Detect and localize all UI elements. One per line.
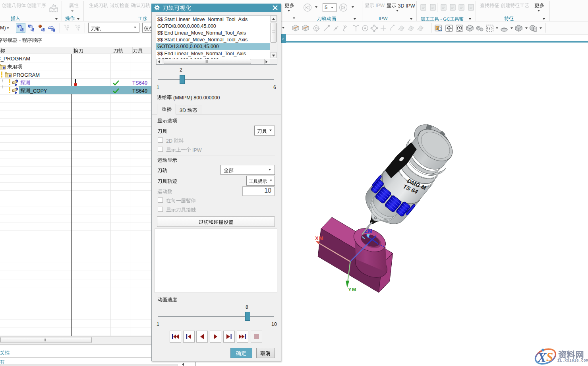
svg-text:_COPY: _COPY (30, 88, 47, 93)
svg-text:S: S (546, 350, 553, 364)
svg-text:IPW: IPW (375, 3, 385, 8)
svg-text:IPW: IPW (379, 16, 388, 21)
svg-text:IPW: IPW (192, 147, 202, 153)
svg-text:3D: 3D (180, 107, 186, 113)
svg-text:2D: 2D (166, 138, 172, 143)
svg-text:IPW: IPW (406, 3, 415, 8)
svg-text:X: X (537, 351, 547, 365)
svg-text:-: - (440, 16, 442, 21)
svg-text:GC: GC (443, 16, 450, 21)
svg-text:3D: 3D (398, 3, 404, 8)
svg-text:800.000000: 800.000000 (193, 95, 220, 100)
svg-text:-: - (19, 37, 21, 43)
svg-text:(MMPM): (MMPM) (173, 95, 192, 100)
